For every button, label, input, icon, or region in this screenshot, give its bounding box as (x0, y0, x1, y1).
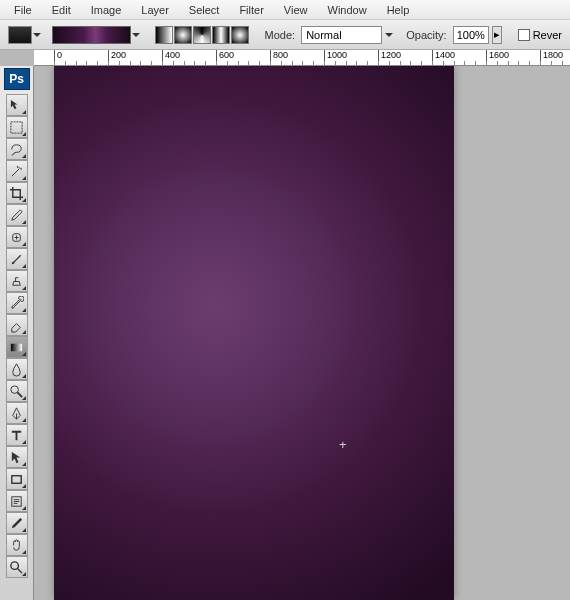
gradient-picker[interactable] (52, 26, 131, 44)
zoom-tool[interactable] (6, 556, 28, 578)
svg-rect-4 (12, 475, 21, 483)
lasso-tool[interactable] (6, 138, 28, 160)
svg-rect-2 (11, 343, 22, 351)
path-selection-tool[interactable] (6, 446, 28, 468)
pen-tool[interactable] (6, 402, 28, 424)
eyedropper-tool[interactable] (6, 204, 28, 226)
menu-file[interactable]: File (4, 2, 42, 18)
dodge-tool[interactable] (6, 380, 28, 402)
diamond-gradient-button[interactable] (231, 26, 249, 44)
hand-tool[interactable] (6, 534, 28, 556)
eyedropper-alt-tool[interactable] (6, 512, 28, 534)
notes-tool[interactable] (6, 490, 28, 512)
eraser-tool[interactable] (6, 314, 28, 336)
menu-bar: FileEditImageLayerSelectFilterViewWindow… (0, 0, 570, 20)
svg-rect-0 (11, 121, 22, 132)
opacity-label: Opacity: (406, 29, 446, 41)
move-tool[interactable] (6, 94, 28, 116)
mode-value: Normal (306, 29, 341, 41)
reverse-checkbox-group: Rever (518, 29, 562, 41)
mode-dropdown[interactable]: Normal (301, 26, 382, 44)
canvas-area[interactable]: + (34, 66, 570, 600)
menu-select[interactable]: Select (179, 2, 230, 18)
menu-filter[interactable]: Filter (229, 2, 273, 18)
type-tool[interactable] (6, 424, 28, 446)
clone-stamp-tool[interactable] (6, 270, 28, 292)
menu-image[interactable]: Image (81, 2, 132, 18)
menu-help[interactable]: Help (377, 2, 420, 18)
magic-wand-tool[interactable] (6, 160, 28, 182)
ruler-tick: 200 (108, 50, 126, 65)
ruler-tick: 400 (162, 50, 180, 65)
tool-preset-picker[interactable] (8, 26, 32, 44)
gradient-tool[interactable] (6, 336, 28, 358)
rectangle-tool[interactable] (6, 468, 28, 490)
gradient-type-group (155, 26, 249, 44)
crosshair-icon: + (339, 438, 347, 451)
photoshop-logo: Ps (4, 68, 30, 90)
marquee-tool[interactable] (6, 116, 28, 138)
ruler-tick: 0 (54, 50, 62, 65)
svg-point-3 (11, 385, 19, 393)
radial-gradient-button[interactable] (174, 26, 192, 44)
healing-brush-tool[interactable] (6, 226, 28, 248)
options-bar: Mode: Normal Opacity: 100% ▸ Rever (0, 20, 570, 50)
linear-gradient-button[interactable] (155, 26, 173, 44)
workspace: Ps + (0, 66, 570, 600)
document-canvas[interactable]: + (54, 66, 454, 600)
opacity-input[interactable]: 100% (453, 26, 489, 44)
svg-point-6 (11, 561, 19, 569)
blur-tool[interactable] (6, 358, 28, 380)
ruler-tick: 800 (270, 50, 288, 65)
history-brush-tool[interactable] (6, 292, 28, 314)
opacity-flyout-button[interactable]: ▸ (492, 26, 502, 44)
opacity-value-text: 100% (457, 29, 485, 41)
horizontal-ruler[interactable]: 0200400600800100012001400160018002000 (34, 50, 570, 66)
ruler-tick: 600 (216, 50, 234, 65)
menu-window[interactable]: Window (318, 2, 377, 18)
menu-layer[interactable]: Layer (131, 2, 179, 18)
reverse-checkbox[interactable] (518, 29, 530, 41)
opacity-control: 100% ▸ (453, 26, 502, 44)
menu-edit[interactable]: Edit (42, 2, 81, 18)
angle-gradient-button[interactable] (193, 26, 211, 44)
crop-tool[interactable] (6, 182, 28, 204)
reverse-label: Rever (533, 29, 562, 41)
brush-tool[interactable] (6, 248, 28, 270)
toolbox: Ps (0, 66, 34, 600)
mode-label: Mode: (265, 29, 296, 41)
menu-view[interactable]: View (274, 2, 318, 18)
reflected-gradient-button[interactable] (212, 26, 230, 44)
